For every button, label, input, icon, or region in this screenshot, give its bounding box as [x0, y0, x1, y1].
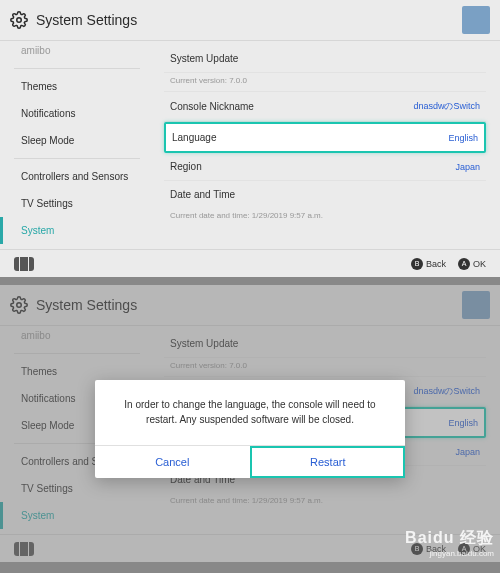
header: System Settings: [0, 0, 500, 40]
controller-icon: [14, 542, 34, 556]
cancel-button[interactable]: Cancel: [95, 446, 250, 478]
svg-point-1: [17, 303, 22, 308]
sidebar-item-system[interactable]: System: [0, 217, 150, 244]
footer-ok[interactable]: AOK: [458, 543, 486, 555]
date-time-value: Current date and time: 1/29/2019 9:57 a.…: [164, 493, 486, 511]
restart-modal: In order to change the language, the con…: [95, 380, 405, 478]
page-title: System Settings: [36, 297, 137, 313]
gear-icon: [10, 296, 28, 314]
sidebar-item-controllers[interactable]: Controllers and Sensors: [0, 163, 150, 190]
footer-ok[interactable]: AOK: [458, 258, 486, 270]
row-date-time[interactable]: Date and Time: [164, 181, 486, 208]
modal-message: In order to change the language, the con…: [95, 380, 405, 445]
footer-back[interactable]: BBack: [411, 543, 446, 555]
gear-icon: [10, 11, 28, 29]
row-language[interactable]: LanguageEnglish: [164, 122, 486, 153]
settings-screen-1: System Settings amiibo Themes Notificati…: [0, 0, 500, 277]
sidebar-item-system[interactable]: System: [0, 502, 150, 529]
system-update-version: Current version: 7.0.0: [164, 358, 486, 377]
sidebar-item-themes[interactable]: Themes: [0, 73, 150, 100]
row-system-update[interactable]: System Update: [164, 330, 486, 358]
sidebar-item-sleep-mode[interactable]: Sleep Mode: [0, 127, 150, 154]
controller-icon: [14, 257, 34, 271]
sidebar-item-amiibo[interactable]: amiibo: [0, 330, 150, 349]
page-title: System Settings: [36, 12, 137, 28]
sidebar-item-tv-settings[interactable]: TV Settings: [0, 475, 150, 502]
row-region[interactable]: RegionJapan: [164, 153, 486, 181]
settings-screen-2: System Settings amiibo Themes Notificati…: [0, 285, 500, 562]
sidebar-item-amiibo[interactable]: amiibo: [0, 45, 150, 64]
footer: BBack AOK: [0, 535, 500, 562]
date-time-value: Current date and time: 1/29/2019 9:57 a.…: [164, 208, 486, 226]
sidebar-item-notifications[interactable]: Notifications: [0, 100, 150, 127]
footer: BBack AOK: [0, 250, 500, 277]
footer-back[interactable]: BBack: [411, 258, 446, 270]
system-update-version: Current version: 7.0.0: [164, 73, 486, 92]
user-avatar[interactable]: [462, 6, 490, 34]
svg-point-0: [17, 18, 22, 23]
row-console-nickname[interactable]: Console NicknamednasdwのSwitch: [164, 92, 486, 122]
user-avatar[interactable]: [462, 291, 490, 319]
sidebar: amiibo Themes Notifications Sleep Mode C…: [0, 41, 150, 249]
sidebar-item-tv-settings[interactable]: TV Settings: [0, 190, 150, 217]
row-system-update[interactable]: System Update: [164, 45, 486, 73]
restart-button[interactable]: Restart: [250, 446, 406, 478]
header: System Settings: [0, 285, 500, 325]
content-panel: System Update Current version: 7.0.0 Con…: [150, 41, 500, 249]
